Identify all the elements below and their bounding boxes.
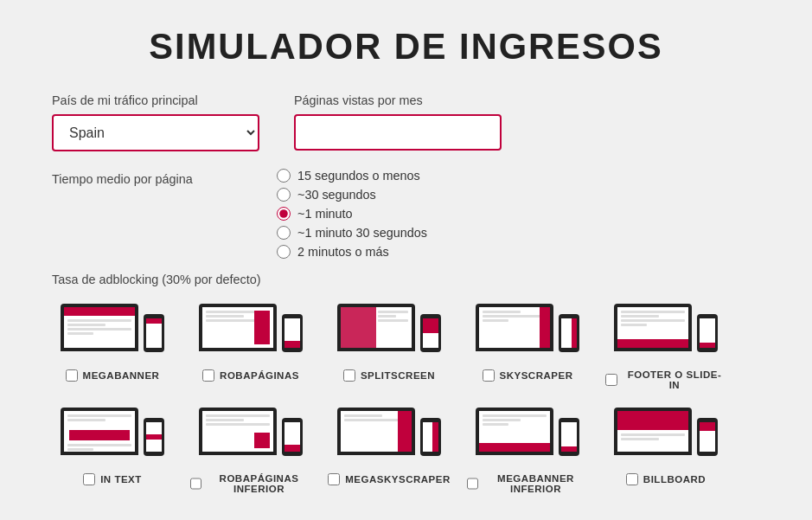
time-option-30s[interactable]: ~30 segundos	[277, 188, 427, 202]
ad-formats-grid: MEGABANNER	[52, 304, 760, 494]
time-option-1m[interactable]: ~1 minuto	[277, 207, 427, 221]
ad-format-robapaginas: ROBAPÁGINAS	[190, 304, 311, 390]
ad-format-skyscraper: SKYSCRAPER	[467, 304, 588, 390]
time-options: 15 segundos o menos ~30 segundos ~1 minu…	[277, 169, 427, 259]
ad-format-billboard: BILLBOARD	[605, 408, 726, 494]
time-option-1m30s[interactable]: ~1 minuto 30 segundos	[277, 226, 427, 240]
pageviews-input[interactable]	[294, 114, 502, 151]
ad-format-footer: FOOTER O SLIDE-IN	[605, 304, 726, 390]
country-select[interactable]: Spain Mexico Argentina Colombia Chile US…	[52, 114, 259, 151]
radio-2m[interactable]	[277, 245, 291, 259]
time-option-15s[interactable]: 15 segundos o menos	[277, 169, 427, 183]
checkbox-footer[interactable]	[605, 374, 617, 386]
checkbox-megabanner[interactable]	[66, 369, 78, 382]
ad-format-megabanner-inferior: MEGABANNER INFERIOR	[467, 408, 588, 494]
checkbox-megaskyscraper[interactable]	[328, 473, 340, 485]
radio-30s[interactable]	[277, 188, 291, 202]
checkbox-splitscreen[interactable]	[343, 369, 355, 382]
checkbox-robapaginas[interactable]	[202, 369, 214, 382]
radio-15s[interactable]	[277, 169, 291, 183]
ad-format-intext: IN TEXT	[52, 408, 173, 494]
pageviews-label: Páginas vistas por mes	[294, 93, 502, 107]
time-option-2m[interactable]: 2 minutos o más	[277, 245, 427, 259]
ad-format-megaskyscraper: MEGASKYSCRAPER	[329, 408, 450, 494]
ad-format-megabanner: MEGABANNER	[52, 304, 173, 390]
country-label: País de mi tráfico principal	[52, 93, 259, 107]
checkbox-skyscraper[interactable]	[483, 369, 495, 382]
ad-format-splitscreen: SPLITSCREEN	[329, 304, 450, 390]
checkbox-megabanner-inferior[interactable]	[467, 478, 478, 490]
checkbox-robapaginas-inferior[interactable]	[190, 478, 201, 490]
ad-format-robapaginas-inferior: ROBAPÁGINAS INFERIOR	[190, 408, 311, 494]
time-label: Tiempo medio por página	[52, 172, 193, 186]
adblock-label: Tasa de adblocking (30% por defecto)	[52, 273, 261, 286]
checkbox-billboard[interactable]	[626, 473, 638, 485]
checkbox-intext[interactable]	[83, 473, 95, 485]
page-title: SIMULADOR DE INGRESOS	[52, 26, 760, 67]
radio-1m30s[interactable]	[277, 226, 291, 240]
radio-1m[interactable]	[277, 207, 291, 221]
